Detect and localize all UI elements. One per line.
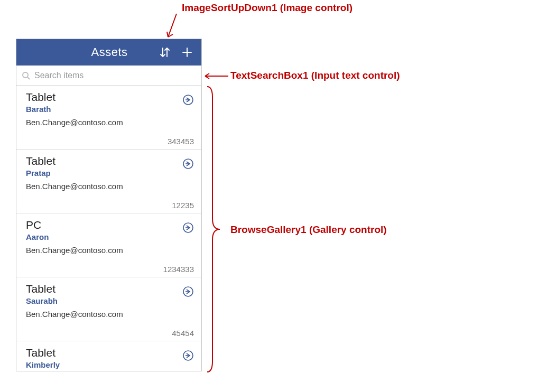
arrow-right-icon[interactable] — [182, 158, 194, 170]
item-number: 45454 — [172, 329, 194, 338]
plus-icon[interactable] — [177, 42, 197, 62]
item-email: Ben.Change@contoso.com — [26, 310, 194, 319]
sort-up-down-icon[interactable] — [155, 42, 175, 62]
list-item[interactable]: Tablet Pratap Ben.Change@contoso.com 122… — [16, 150, 201, 213]
item-title: Tablet — [26, 283, 194, 295]
header-icons — [155, 39, 197, 66]
item-owner: Pratap — [26, 169, 194, 178]
item-email: Ben.Change@contoso.com — [26, 182, 194, 191]
item-title: Tablet — [26, 347, 194, 359]
list-item[interactable]: PC Aaron Ben.Change@contoso.com 1234333 — [16, 213, 201, 277]
list-item[interactable]: Tablet Kimberly Ben.Change@contoso.com — [16, 341, 201, 371]
item-owner: Saurabh — [26, 296, 194, 305]
annotation-gallery: BrowseGallery1 (Gallery control) — [230, 224, 387, 236]
annotation-search: TextSearchBox1 (Input text control) — [230, 70, 400, 81]
arrow-right-icon[interactable] — [182, 350, 194, 361]
browse-gallery[interactable]: Tablet Barath Ben.Change@contoso.com 343… — [16, 86, 201, 371]
app-frame: Assets Tablet Barath Ben.C — [16, 39, 202, 371]
app-header: Assets — [16, 39, 201, 66]
arrow-right-icon[interactable] — [182, 222, 194, 234]
item-title: Tablet — [26, 91, 194, 104]
annotation-sort: ImageSortUpDown1 (Image control) — [182, 2, 353, 14]
item-owner: Aaron — [26, 232, 194, 241]
item-email: Ben.Change@contoso.com — [26, 118, 194, 127]
header-title: Assets — [57, 45, 162, 59]
item-owner: Barath — [26, 105, 194, 114]
arrow-right-icon[interactable] — [182, 286, 194, 297]
item-email: Ben.Change@contoso.com — [26, 246, 194, 255]
item-number: 343453 — [168, 137, 194, 146]
item-title: PC — [26, 219, 194, 231]
search-input[interactable] — [34, 71, 196, 80]
item-owner: Kimberly — [26, 360, 194, 369]
item-number: 1234333 — [163, 265, 194, 274]
list-item[interactable]: Tablet Saurabh Ben.Change@contoso.com 45… — [16, 277, 201, 341]
search-bar — [16, 66, 201, 86]
search-icon — [22, 71, 30, 80]
svg-point-0 — [23, 72, 28, 78]
item-title: Tablet — [26, 155, 194, 167]
arrow-right-icon[interactable] — [182, 94, 194, 106]
list-item[interactable]: Tablet Barath Ben.Change@contoso.com 343… — [16, 86, 201, 150]
item-number: 12235 — [172, 201, 194, 210]
